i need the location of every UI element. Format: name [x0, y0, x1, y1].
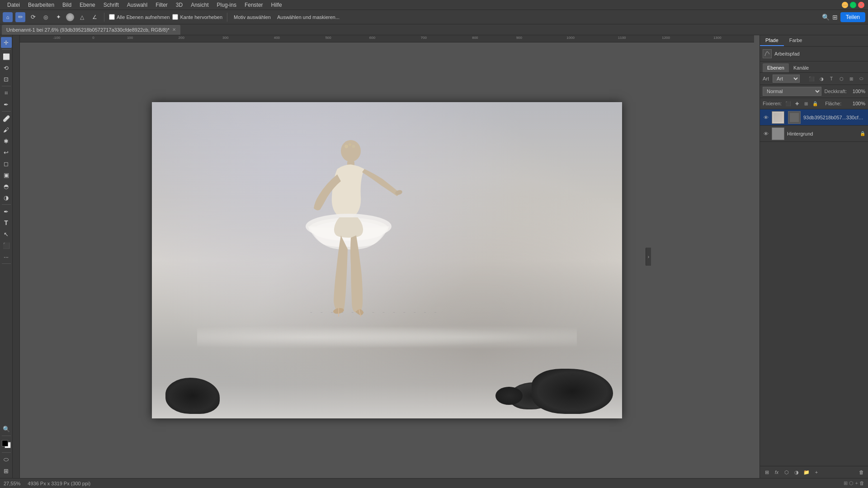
layer-group-icon[interactable]: 📁 [802, 468, 811, 476]
layer-1-visibility-icon[interactable]: 👁 [763, 131, 769, 137]
layers-tab-ebenen[interactable]: Ebenen [763, 63, 789, 72]
clone-tool[interactable]: ✱ [1, 136, 12, 146]
tool-separator-2 [2, 86, 11, 86]
layer-0-visibility-icon[interactable]: 👁 [763, 114, 769, 121]
all-layers-label: Alle Ebenen aufnehmen [117, 14, 170, 20]
lock-all-icon[interactable]: 🔒 [811, 100, 819, 107]
artboard-tool[interactable]: ⊞ [1, 465, 12, 476]
magic-wand-tool-btn[interactable]: ✦ [53, 12, 63, 22]
paths-thumbnail [763, 49, 772, 58]
edge-highlight-label: Kante hervorheben [180, 14, 222, 20]
layer-adjustment-icon[interactable]: ◑ [793, 468, 801, 476]
menu-datei[interactable]: Datei [4, 1, 24, 9]
marquee-tool[interactable]: ⬜ [1, 51, 12, 62]
select-and-mask-button[interactable]: Auswählen und maskieren... [275, 14, 341, 21]
panel-collapse-button[interactable]: › [646, 248, 651, 266]
layer-delete-icon[interactable]: 🗑 [857, 468, 865, 476]
share-button[interactable]: Teilen [840, 12, 865, 22]
layer-icon-smart[interactable]: ⊞ [847, 75, 855, 83]
lock-icons: ⬛ ✚ ⊞ 🔒 [784, 100, 819, 107]
fill-lock-row: Fixieren: ⬛ ✚ ⊞ 🔒 Fläche: 100% [760, 98, 868, 109]
workspace-icon[interactable]: ⊞ [832, 14, 838, 21]
blend-mode-select[interactable]: Normal Auflösen Abdunkeln Multiplizieren [763, 87, 821, 96]
menu-ansicht[interactable]: Ansicht [187, 1, 212, 9]
close-button[interactable]: ✕ [858, 2, 864, 8]
layer-1-lock-icon: 🔒 [860, 131, 865, 136]
layer-link-icon[interactable]: ⊞ [763, 468, 771, 476]
minimize-button[interactable]: — [842, 2, 848, 8]
eyedropper-tool[interactable]: ✒ [1, 99, 12, 110]
path-selection-tool[interactable]: ↖ [1, 229, 12, 239]
selection-tool-btn[interactable]: ✏ [15, 12, 25, 22]
pen-tool[interactable]: ✒ [1, 206, 12, 217]
menu-bild[interactable]: Bild [59, 1, 75, 9]
tab-farbe[interactable]: Farbe [784, 35, 808, 46]
color-swatches[interactable] [1, 439, 12, 449]
gradient-tool[interactable]: ▣ [1, 169, 12, 180]
right-panel: Pfade Farbe Arbeitspfad Ebenen Kanäle Ar… [760, 35, 868, 478]
edge-highlight-checkbox[interactable] [172, 14, 178, 20]
lasso-tool-btn[interactable]: ⟳ [28, 12, 38, 22]
fixieren-label: Fixieren: [763, 101, 782, 106]
lock-artboard-icon[interactable]: ⊞ [802, 100, 810, 107]
menu-ebene[interactable]: Ebene [76, 1, 99, 9]
menu-fenster[interactable]: Fenster [241, 1, 267, 9]
layer-1-thumbnail [772, 127, 784, 140]
maximize-button[interactable]: □ [850, 2, 856, 8]
menu-3d[interactable]: 3D [172, 1, 186, 9]
layer-new-icon[interactable]: + [812, 468, 821, 476]
object-selection-tool[interactable]: ⊡ [1, 74, 12, 84]
lasso-tool[interactable]: ⟲ [1, 62, 12, 73]
menu-hilfe[interactable]: Hilfe [268, 1, 286, 9]
status-bar: 27,55% 4936 Px x 3319 Px (300 ppi) ⊞ ⬡ +… [0, 478, 868, 488]
layer-mask-icon[interactable]: ⬡ [783, 468, 791, 476]
layer-type-icons: Art Art Name ⬛ ◑ T ⬡ ⊞ ⬭ [760, 73, 868, 85]
menu-auswahl[interactable]: Auswahl [123, 1, 151, 9]
tab-pfade[interactable]: Pfade [760, 35, 784, 46]
color-circle-btn[interactable] [66, 13, 74, 21]
lock-move-icon[interactable]: ✚ [793, 100, 801, 107]
layer-item-1[interactable]: 👁 Hintergrund 🔒 [760, 126, 868, 142]
polygon-tool-btn[interactable]: △ [77, 12, 87, 22]
eraser-tool[interactable]: ◻ [1, 158, 12, 169]
brush-tool[interactable]: 🖌 [1, 124, 12, 135]
layer-fx-icon[interactable]: fx [773, 468, 781, 476]
quick-selection-tool-btn[interactable]: ◎ [41, 12, 51, 22]
zoom-status: 27,55% [4, 481, 20, 486]
layer-item-0[interactable]: 👁 93db395218b057...330cfde8922cb [760, 109, 868, 126]
move-tool[interactable]: ✛ [1, 37, 12, 48]
menu-filter[interactable]: Filter [152, 1, 171, 9]
shape-tool[interactable]: ⬛ [1, 240, 12, 251]
all-layers-checkbox[interactable] [109, 14, 115, 20]
menu-bearbeiten[interactable]: Bearbeiten [24, 1, 58, 9]
layer-icon-adjust[interactable]: ◑ [817, 75, 826, 83]
angle-tool-btn[interactable]: ∠ [90, 12, 99, 22]
ps-home-icon[interactable]: ⌂ [3, 12, 13, 22]
document-tab[interactable]: Unbenannt-1 bei 27,6% (93db395218b057271… [2, 25, 180, 35]
layer-icon-pixel[interactable]: ⬛ [807, 75, 816, 83]
tool-separator-7 [2, 452, 11, 453]
healing-tool[interactable]: 🩹 [1, 113, 12, 124]
layers-tab-kanaele[interactable]: Kanäle [789, 63, 813, 72]
ballerina-figure [274, 138, 419, 373]
select-subject-button[interactable]: Motiv auswählen [232, 14, 273, 21]
tab-close-icon[interactable]: ✕ [172, 27, 176, 32]
menu-plugins[interactable]: Plug-ins [213, 1, 240, 9]
layer-icon-frame[interactable]: ⬭ [857, 75, 865, 83]
zoom-tool[interactable]: 🔍 [1, 423, 12, 434]
type-tool[interactable]: T [1, 217, 12, 228]
dodge-tool[interactable]: ◑ [1, 192, 12, 203]
layer-icon-shape[interactable]: ⬡ [837, 75, 845, 83]
history-tool[interactable]: ↩ [1, 147, 12, 158]
crop-tool[interactable]: ⌗ [1, 88, 12, 99]
search-icon[interactable]: 🔍 [822, 14, 830, 21]
frame-tool[interactable]: ⬭ [1, 454, 12, 465]
layer-filter-select[interactable]: Art Name [773, 75, 800, 83]
canvas-viewport[interactable]: ~ ~ ~ ~ ~ ~ ~ ~ ~ ~ ~ ~ ~ [20, 42, 754, 478]
hand-tool[interactable]: ··· [1, 251, 12, 262]
menu-schrift[interactable]: Schrift [100, 1, 123, 9]
layer-icon-text[interactable]: T [827, 75, 835, 83]
tool-separator-1 [2, 49, 11, 50]
blur-tool[interactable]: ◓ [1, 181, 12, 192]
lock-checkerboard-icon[interactable]: ⬛ [784, 100, 792, 107]
